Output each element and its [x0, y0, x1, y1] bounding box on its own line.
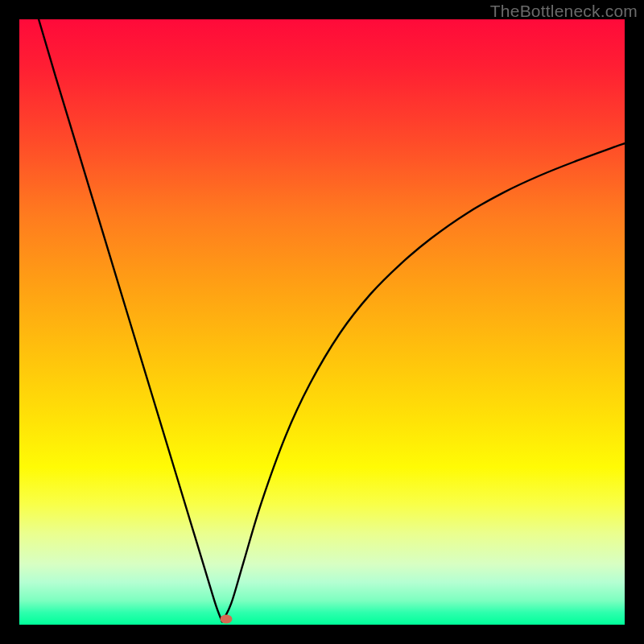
curve-layer	[19, 19, 625, 625]
chart-frame: TheBottleneck.com	[0, 0, 644, 644]
curve-right-branch	[222, 143, 625, 621]
curve-minimum-marker	[221, 615, 233, 624]
curve-left-branch	[39, 19, 222, 621]
plot-area	[19, 19, 625, 625]
watermark-text: TheBottleneck.com	[490, 2, 638, 21]
